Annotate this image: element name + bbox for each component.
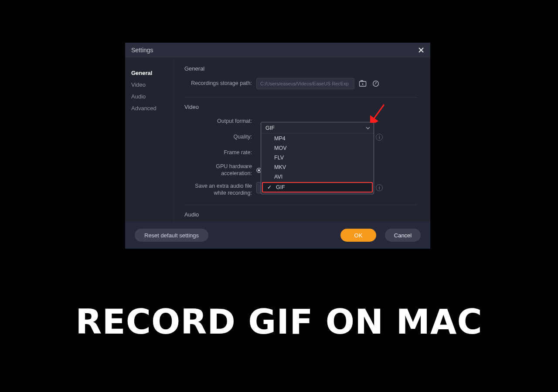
quality-label: Quality: <box>184 134 256 141</box>
titlebar: Settings <box>125 43 430 57</box>
sidebar-item-advanced[interactable]: Advanced <box>131 102 174 114</box>
sidebar-item-audio[interactable]: Audio <box>131 91 174 102</box>
output-format-dropdown[interactable]: GIF MP4 MOV FLV MKV AVI GIF <box>261 122 374 194</box>
dropdown-option-flv[interactable]: FLV <box>261 153 374 162</box>
cancel-button[interactable]: Cancel <box>385 229 421 242</box>
sidebar: General Video Audio Advanced <box>125 57 174 222</box>
divider <box>184 205 417 205</box>
chevron-down-icon <box>366 127 370 129</box>
dropdown-option-mp4[interactable]: MP4 <box>261 134 374 143</box>
settings-dialog: Settings General Video Audio Advanced Ge… <box>125 43 430 249</box>
dialog-body: General Video Audio Advanced General Rec… <box>125 57 430 222</box>
storage-path-input[interactable]: C:/Users/easeus/Videos/EaseUS RecExp <box>256 78 354 89</box>
info-icon[interactable]: i <box>376 134 383 141</box>
content-pane: General Recordings storage path: C:/User… <box>174 57 430 222</box>
framerate-label: Frame rate: <box>184 149 256 156</box>
page-caption: RECORD GIF ON MAC <box>0 302 558 341</box>
browse-icon[interactable] <box>371 79 381 88</box>
close-icon[interactable] <box>418 47 424 53</box>
storage-path-label: Recordings storage path: <box>184 80 256 87</box>
gpu-label: GPU hardware acceleration: <box>184 163 256 177</box>
section-heading-general: General <box>184 65 417 72</box>
info-icon[interactable]: i <box>376 184 383 191</box>
section-heading-video: Video <box>184 104 417 110</box>
extra-audio-label: Save an extra audio file while recording… <box>184 182 256 196</box>
open-folder-icon[interactable] <box>358 79 367 88</box>
dialog-title: Settings <box>131 47 153 54</box>
reset-defaults-button[interactable]: Reset default settings <box>135 229 208 242</box>
dropdown-option-avi[interactable]: AVI <box>261 172 374 182</box>
section-heading-audio: Audio <box>184 211 417 218</box>
output-format-select[interactable]: GIF <box>261 122 374 134</box>
dropdown-option-mov[interactable]: MOV <box>261 143 374 153</box>
ok-button[interactable]: OK <box>340 229 376 242</box>
footer: Reset default settings OK Cancel <box>125 222 430 249</box>
output-format-label: Output format: <box>184 118 256 125</box>
row-storage-path: Recordings storage path: C:/Users/easeus… <box>184 78 417 89</box>
dropdown-option-mkv[interactable]: MKV <box>261 162 374 172</box>
dropdown-option-gif[interactable]: GIF <box>262 182 373 193</box>
divider <box>184 97 417 98</box>
sidebar-item-video[interactable]: Video <box>131 79 174 91</box>
sidebar-item-general[interactable]: General <box>131 67 174 79</box>
output-format-value: GIF <box>265 125 275 131</box>
